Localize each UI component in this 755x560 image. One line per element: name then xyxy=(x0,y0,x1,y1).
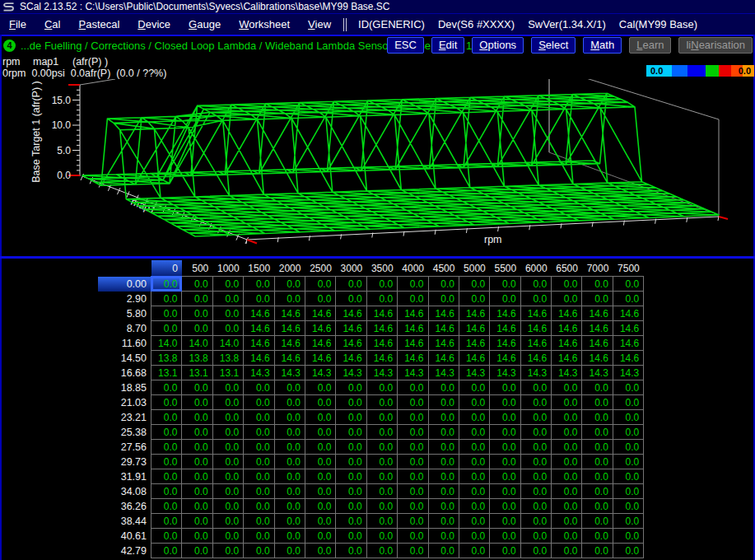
table-cell[interactable]: 0.0 xyxy=(428,469,459,484)
row-header-27.56[interactable]: 27.56 xyxy=(98,440,151,455)
table-cell[interactable]: 14.6 xyxy=(582,351,613,366)
col-header-2000[interactable]: 2000 xyxy=(274,260,305,277)
table-cell[interactable]: 0.0 xyxy=(613,380,643,395)
row-header-0.00[interactable]: 0.00 xyxy=(98,277,151,292)
table-cell[interactable]: 14.6 xyxy=(428,321,459,336)
table-cell[interactable]: 0.0 xyxy=(613,277,643,292)
table-cell[interactable]: 0.0 xyxy=(244,514,274,529)
table-cell[interactable]: 0.0 xyxy=(274,410,305,425)
table-cell[interactable]: 0.0 xyxy=(305,292,335,306)
menu-gauge[interactable]: Gauge xyxy=(179,16,230,32)
table-cell[interactable]: 0.0 xyxy=(490,499,520,514)
menu-pastecal[interactable]: Pastecal xyxy=(69,16,128,32)
table-cell[interactable]: 0.0 xyxy=(582,410,613,425)
table-cell[interactable]: 0.0 xyxy=(613,529,643,544)
table-cell[interactable]: 0.0 xyxy=(459,455,489,469)
table-cell[interactable]: 14.6 xyxy=(582,306,613,321)
menu-worksheet[interactable]: Worksheet xyxy=(230,16,299,32)
table-cell[interactable]: 0.0 xyxy=(151,395,182,410)
table-cell[interactable]: 0.0 xyxy=(336,529,366,544)
table-cell[interactable]: 0.0 xyxy=(582,292,613,306)
table-cell[interactable]: 0.0 xyxy=(274,544,305,558)
table-cell[interactable]: 0.0 xyxy=(151,455,182,469)
table-cell[interactable]: 0.0 xyxy=(459,544,489,558)
table-cell[interactable]: 0.0 xyxy=(366,277,397,292)
table-cell[interactable]: 0.0 xyxy=(490,484,520,499)
table-cell[interactable]: 0.0 xyxy=(398,395,428,410)
table-cell[interactable]: 14.3 xyxy=(274,366,305,380)
table-cell[interactable]: 0.0 xyxy=(212,484,243,499)
table-cell[interactable]: 0.0 xyxy=(244,440,274,455)
row-header-11.60[interactable]: 11.60 xyxy=(98,336,151,351)
table-cell[interactable]: 0.0 xyxy=(582,395,613,410)
table-cell[interactable]: 13.8 xyxy=(151,351,182,366)
table-cell[interactable]: 0.0 xyxy=(274,440,305,455)
table-cell[interactable]: 14.6 xyxy=(398,321,428,336)
table-cell[interactable]: 14.6 xyxy=(398,351,428,366)
table-cell[interactable]: 0.0 xyxy=(182,499,212,514)
table-cell[interactable]: 14.3 xyxy=(398,366,428,380)
table-cell[interactable]: 0.0 xyxy=(182,469,212,484)
table-cell[interactable]: 14.6 xyxy=(305,336,335,351)
table-cell[interactable]: 0.0 xyxy=(151,425,182,440)
table-cell[interactable]: 14.6 xyxy=(366,336,397,351)
table-cell[interactable]: 0.0 xyxy=(305,410,335,425)
col-header-7000[interactable]: 7000 xyxy=(582,260,613,277)
table-cell[interactable]: 0.0 xyxy=(305,440,335,455)
table-cell[interactable]: 0.0 xyxy=(490,455,520,469)
table-cell[interactable]: 0.0 xyxy=(244,425,274,440)
table-cell[interactable]: 0.0 xyxy=(182,410,212,425)
table-cell[interactable]: 0.0 xyxy=(428,484,459,499)
options-button[interactable]: Options xyxy=(472,37,524,54)
table-cell[interactable]: 0.0 xyxy=(182,292,212,306)
table-cell[interactable]: 14.6 xyxy=(613,321,643,336)
table-cell[interactable]: 0.0 xyxy=(552,277,582,292)
table-cell[interactable]: 0.0 xyxy=(490,277,520,292)
table-cell[interactable]: 14.6 xyxy=(305,351,335,366)
table-cell[interactable]: 0.0 xyxy=(398,277,428,292)
table-cell[interactable]: 0.0 xyxy=(582,425,613,440)
row-header-8.70[interactable]: 8.70 xyxy=(98,321,151,336)
table-cell[interactable]: 0.0 xyxy=(274,292,305,306)
table-cell[interactable]: 0.0 xyxy=(520,425,551,440)
table-cell[interactable]: 0.0 xyxy=(520,455,551,469)
table-cell[interactable]: 0.0 xyxy=(366,455,397,469)
col-header-6500[interactable]: 6500 xyxy=(552,260,582,277)
table-cell[interactable]: 0.0 xyxy=(613,440,643,455)
table-cell[interactable]: 14.6 xyxy=(336,336,366,351)
table-cell[interactable]: 0.0 xyxy=(305,425,335,440)
row-header-14.50[interactable]: 14.50 xyxy=(98,351,151,366)
table-cell[interactable]: 0.0 xyxy=(520,395,551,410)
table-cell[interactable]: 0.0 xyxy=(490,469,520,484)
table-cell[interactable]: 14.6 xyxy=(336,306,366,321)
table-cell[interactable]: 14.6 xyxy=(459,336,489,351)
col-header-3500[interactable]: 3500 xyxy=(366,260,397,277)
table-cell[interactable]: 14.6 xyxy=(244,351,274,366)
table-cell[interactable]: 0.0 xyxy=(182,395,212,410)
table-cell[interactable]: 0.0 xyxy=(336,380,366,395)
row-header-31.91[interactable]: 31.91 xyxy=(98,469,151,484)
table-cell[interactable]: 0.0 xyxy=(459,440,489,455)
table-cell[interactable]: 0.0 xyxy=(398,455,428,469)
table-cell[interactable]: 0.0 xyxy=(582,544,613,558)
table-cell[interactable]: 0.0 xyxy=(336,469,366,484)
table-cell[interactable]: 0.0 xyxy=(244,529,274,544)
table-cell[interactable]: 0.0 xyxy=(490,529,520,544)
table-cell[interactable]: 0.0 xyxy=(366,395,397,410)
table-cell[interactable]: 0.0 xyxy=(613,395,643,410)
table-cell[interactable]: 14.3 xyxy=(366,366,397,380)
surface-plot-3d[interactable]: 15.010.05.00.0Base Target 1 (afr(P) )map… xyxy=(0,79,755,256)
table-cell[interactable]: 0.0 xyxy=(613,544,643,558)
table-cell[interactable]: 0.0 xyxy=(244,277,274,292)
table-cell[interactable]: 0.0 xyxy=(459,292,489,306)
table-cell[interactable]: 0.0 xyxy=(552,499,582,514)
menu-cal[interactable]: Cal xyxy=(35,16,70,32)
table-cell[interactable]: 0.0 xyxy=(428,292,459,306)
row-header-25.38[interactable]: 25.38 xyxy=(98,425,151,440)
col-header-4000[interactable]: 4000 xyxy=(398,260,428,277)
table-cell[interactable]: 14.0 xyxy=(212,336,243,351)
table-cell[interactable]: 0.0 xyxy=(398,499,428,514)
table-cell[interactable]: 0.0 xyxy=(305,529,335,544)
table-cell[interactable]: 0.0 xyxy=(428,410,459,425)
row-header-23.21[interactable]: 23.21 xyxy=(98,410,151,425)
